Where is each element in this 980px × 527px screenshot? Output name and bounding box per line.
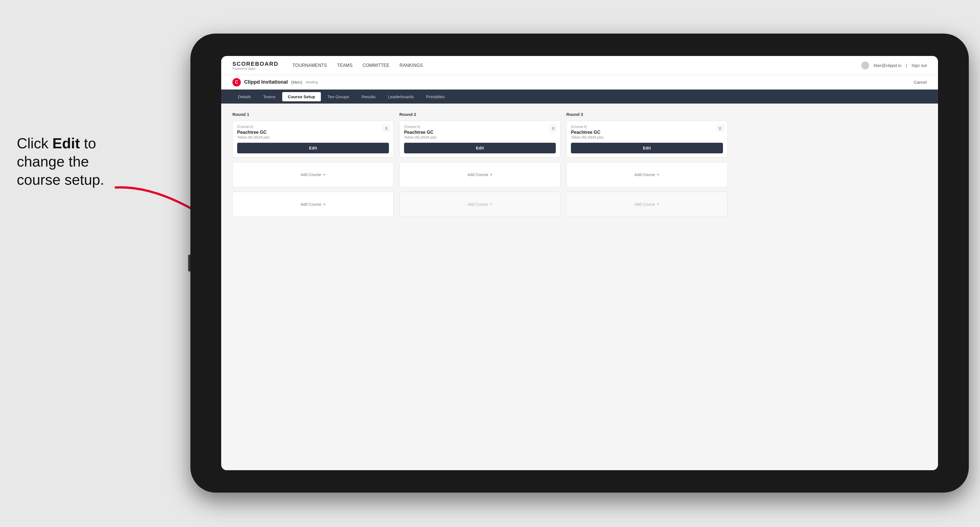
round-2-add-course-1[interactable]: Add Course + bbox=[399, 162, 560, 187]
round-1-course-label: (Course A) bbox=[237, 125, 389, 129]
logo-sub: Powered by clippd bbox=[232, 67, 278, 70]
empty-column bbox=[733, 112, 927, 220]
tablet-device: SCOREBOARD Powered by clippd TOURNAMENTS… bbox=[190, 33, 969, 492]
round-2-add-course-2-label: Add Course bbox=[468, 202, 488, 206]
sub-header: C Clippd Invitational (Men) Hosting Canc… bbox=[221, 75, 938, 90]
round-2-add-course-1-label: Add Course bbox=[468, 172, 488, 177]
round-3-course-name: Peachtree GC bbox=[571, 130, 723, 135]
round-2-edit-button[interactable]: Edit bbox=[404, 143, 556, 153]
instruction-bold: Edit bbox=[52, 135, 80, 151]
round-1-add-course-1-label: Add Course bbox=[301, 172, 321, 177]
tab-teams[interactable]: Teams bbox=[258, 92, 281, 101]
round-2-course-label: (Course A) bbox=[404, 125, 556, 129]
sign-out-link[interactable]: Sign out bbox=[912, 63, 927, 68]
round-1-title: Round 1 bbox=[232, 112, 394, 117]
trash-symbol: 🗑 bbox=[385, 126, 388, 130]
round-3-add-course-2-label: Add Course bbox=[635, 202, 655, 206]
logo-scoreboard: SCOREBOARD bbox=[232, 61, 278, 67]
round-1-add-course-1[interactable]: Add Course + bbox=[232, 162, 394, 187]
round-1-add-course-2-text: Add Course + bbox=[301, 202, 325, 207]
round-3-plus-1-icon: + bbox=[657, 172, 659, 177]
nav-rankings[interactable]: RANKINGS bbox=[399, 63, 423, 68]
round-2-plus-2-icon: + bbox=[490, 202, 493, 207]
round-3-edit-button[interactable]: Edit bbox=[571, 143, 723, 153]
round-1-plus-1-icon: + bbox=[323, 172, 325, 177]
tournament-title: C Clippd Invitational (Men) Hosting bbox=[232, 78, 318, 86]
round-1-add-course-1-text: Add Course + bbox=[301, 172, 325, 177]
clippd-logo: C bbox=[232, 78, 241, 86]
side-notch bbox=[188, 255, 190, 271]
instruction-prefix: Click bbox=[17, 135, 52, 151]
round-3-add-course-2-text: Add Course + bbox=[635, 202, 659, 207]
round-1-course-card: 🗑 (Course A) Peachtree GC Yellow (M) (66… bbox=[232, 121, 394, 157]
round-1-edit-button[interactable]: Edit bbox=[237, 143, 389, 153]
cancel-button[interactable]: Cancel bbox=[914, 80, 927, 84]
tournament-gender: (Men) bbox=[291, 80, 302, 84]
logo-area: SCOREBOARD Powered by clippd bbox=[232, 61, 278, 70]
round-2-plus-1-icon: + bbox=[490, 172, 493, 177]
tab-bar: Details Teams Course Setup Tee Groups Re… bbox=[221, 90, 938, 103]
round-3-add-course-1-text: Add Course + bbox=[635, 172, 659, 177]
tablet-screen: SCOREBOARD Powered by clippd TOURNAMENTS… bbox=[221, 56, 938, 470]
round-3-add-course-1-label: Add Course bbox=[635, 172, 655, 177]
round-3-course-detail: Yellow (M) (6629 yds) bbox=[571, 135, 723, 140]
round-3-plus-2-icon: + bbox=[657, 202, 659, 207]
hosting-badge: Hosting bbox=[305, 80, 318, 84]
round-1-add-course-2[interactable]: Add Course + bbox=[232, 192, 394, 217]
main-content: Round 1 🗑 (Course A) Peachtree GC Yellow… bbox=[221, 103, 938, 470]
tab-course-setup[interactable]: Course Setup bbox=[282, 92, 321, 101]
round-3-column: Round 3 🗑 (Course A) Peachtree GC Yellow… bbox=[566, 112, 727, 220]
tab-details[interactable]: Details bbox=[232, 92, 256, 101]
tab-printables[interactable]: Printables bbox=[420, 92, 450, 101]
nav-committee[interactable]: COMMITTEE bbox=[363, 63, 390, 68]
round-2-add-course-1-text: Add Course + bbox=[468, 172, 493, 177]
round-2-course-card: 🗑 (Course A) Peachtree GC Yellow (M) (66… bbox=[399, 121, 560, 157]
top-navigation: SCOREBOARD Powered by clippd TOURNAMENTS… bbox=[221, 56, 938, 75]
user-avatar bbox=[861, 62, 869, 70]
round-3-add-course-2: Add Course + bbox=[566, 192, 727, 217]
tournament-name: Clippd Invitational bbox=[244, 79, 288, 85]
round-2-course-detail: Yellow (M) (6629 yds) bbox=[404, 135, 556, 140]
round-1-plus-2-icon: + bbox=[323, 202, 325, 207]
divider: | bbox=[906, 63, 907, 68]
round-2-add-course-2-text: Add Course + bbox=[468, 202, 493, 207]
round-1-trash-icon[interactable]: 🗑 bbox=[383, 125, 390, 132]
top-nav-right: blair@clippd.io | Sign out bbox=[861, 62, 927, 70]
round-2-add-course-2: Add Course + bbox=[399, 192, 560, 217]
trash-symbol-3: 🗑 bbox=[718, 126, 722, 130]
tab-results[interactable]: Results bbox=[356, 92, 381, 101]
trash-symbol-2: 🗑 bbox=[551, 126, 555, 130]
round-1-column: Round 1 🗑 (Course A) Peachtree GC Yellow… bbox=[232, 112, 394, 220]
round-2-trash-icon[interactable]: 🗑 bbox=[550, 125, 556, 132]
round-2-course-name: Peachtree GC bbox=[404, 130, 556, 135]
nav-tournaments[interactable]: TOURNAMENTS bbox=[292, 63, 327, 68]
round-3-title: Round 3 bbox=[566, 112, 727, 117]
round-2-title: Round 2 bbox=[399, 112, 560, 117]
round-1-course-detail: Yellow (M) (6629 yds) bbox=[237, 135, 389, 140]
nav-links: TOURNAMENTS TEAMS COMMITTEE RANKINGS bbox=[292, 63, 861, 68]
tab-leaderboards[interactable]: Leaderboards bbox=[382, 92, 420, 101]
round-3-course-card: 🗑 (Course A) Peachtree GC Yellow (M) (66… bbox=[566, 121, 727, 157]
nav-teams[interactable]: TEAMS bbox=[337, 63, 353, 68]
round-3-trash-icon[interactable]: 🗑 bbox=[717, 125, 724, 132]
user-email: blair@clippd.io bbox=[873, 63, 901, 68]
round-2-column: Round 2 🗑 (Course A) Peachtree GC Yellow… bbox=[399, 112, 560, 220]
round-3-add-course-1[interactable]: Add Course + bbox=[566, 162, 727, 187]
round-3-course-label: (Course A) bbox=[571, 125, 723, 129]
tab-tee-groups[interactable]: Tee Groups bbox=[322, 92, 355, 101]
rounds-container: Round 1 🗑 (Course A) Peachtree GC Yellow… bbox=[232, 112, 927, 220]
round-1-course-name: Peachtree GC bbox=[237, 130, 389, 135]
round-1-add-course-2-label: Add Course bbox=[301, 202, 321, 206]
